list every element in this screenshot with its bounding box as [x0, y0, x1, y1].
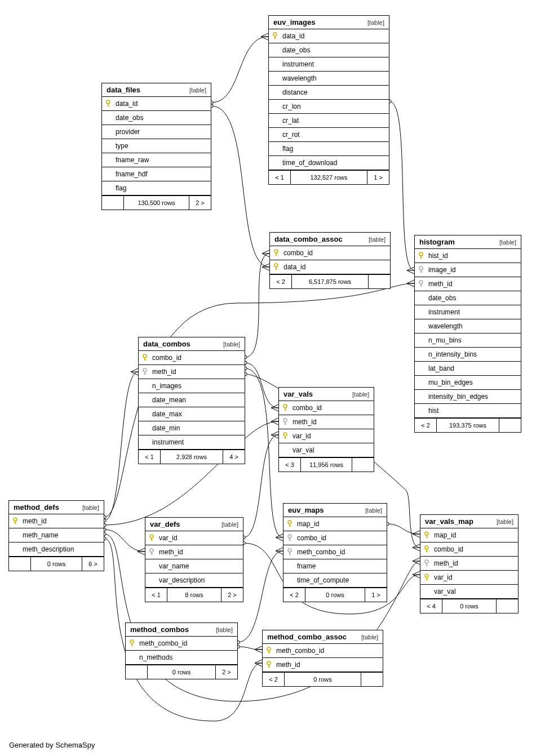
column-name: wavelength: [428, 322, 463, 330]
table-column-row[interactable]: instrument: [139, 435, 245, 450]
column-name: flag: [282, 145, 293, 153]
column-name: n_methods: [139, 653, 172, 661]
table-column-row[interactable]: meth_id: [145, 545, 243, 559]
table-column-row[interactable]: cr_lat: [269, 114, 389, 128]
table-column-row[interactable]: date_obs: [102, 111, 211, 125]
table-column-row[interactable]: meth_id: [9, 514, 104, 528]
table-column-row[interactable]: hist_id: [415, 249, 521, 263]
table-column-row[interactable]: meth_combo_id: [283, 545, 387, 559]
table-header[interactable]: euv_images[table]: [269, 16, 389, 29]
table-method_combo_assoc[interactable]: method_combo_assoc[table]meth_combo_idme…: [262, 630, 383, 687]
table-column-row[interactable]: map_id: [283, 517, 387, 531]
table-column-row[interactable]: type: [102, 139, 211, 153]
table-column-row[interactable]: data_id: [102, 97, 211, 111]
table-column-row[interactable]: mu_bin_edges: [415, 376, 521, 390]
table-column-row[interactable]: var_val: [420, 585, 518, 599]
table-var_vals[interactable]: var_vals[table]combo_idmeth_idvar_idvar_…: [278, 387, 374, 472]
table-column-row[interactable]: distance: [269, 86, 389, 100]
table-column-row[interactable]: wavelength: [269, 72, 389, 86]
table-column-row[interactable]: var_val: [279, 443, 374, 457]
table-column-row[interactable]: date_min: [139, 421, 245, 435]
table-data_combos[interactable]: data_combos[table]combo_idmeth_idn_image…: [138, 337, 245, 464]
table-column-row[interactable]: date_obs: [415, 291, 521, 305]
table-column-row[interactable]: n_mu_bins: [415, 333, 521, 348]
table-header[interactable]: method_combos[table]: [126, 623, 237, 637]
table-column-row[interactable]: combo_id: [279, 401, 374, 415]
table-column-row[interactable]: meth_id: [415, 277, 521, 291]
table-column-row[interactable]: var_description: [145, 573, 243, 588]
table-header[interactable]: euv_maps[table]: [283, 504, 387, 517]
table-column-row[interactable]: time_of_download: [269, 156, 389, 170]
table-column-row[interactable]: cr_rot: [269, 128, 389, 142]
svg-rect-45: [274, 136, 276, 137]
table-column-row[interactable]: instrument: [269, 57, 389, 72]
table-histogram[interactable]: histogram[table]hist_idimage_idmeth_idda…: [414, 235, 521, 433]
table-var_defs[interactable]: var_defs[table]var_idmeth_idvar_namevar_…: [145, 517, 243, 602]
table-column-row[interactable]: date_obs: [269, 43, 389, 57]
table-column-row[interactable]: fname_raw: [102, 153, 211, 167]
table-method_combos[interactable]: method_combos[table]meth_combo_idn_metho…: [125, 622, 238, 679]
table-data_files[interactable]: data_files[table]data_iddate_obsprovider…: [101, 83, 211, 210]
table-column-row[interactable]: cr_lon: [269, 100, 389, 114]
table-column-row[interactable]: wavelength: [415, 319, 521, 333]
table-header[interactable]: var_vals[table]: [279, 388, 374, 401]
table-method_defs[interactable]: method_defs[table]meth_idmeth_namemeth_d…: [8, 500, 104, 571]
table-column-row[interactable]: combo_id: [139, 351, 245, 365]
table-column-row[interactable]: intensity_bin_edges: [415, 390, 521, 404]
table-column-row[interactable]: date_max: [139, 407, 245, 421]
table-column-row[interactable]: meth_id: [139, 365, 245, 379]
table-footer: 130,500 rows2 >: [102, 195, 211, 210]
table-name: data_combos: [143, 340, 190, 348]
table-header[interactable]: method_combo_assoc[table]: [263, 630, 383, 644]
table-header[interactable]: method_defs[table]: [9, 501, 104, 514]
table-header[interactable]: histogram[table]: [415, 235, 521, 249]
table-column-row[interactable]: fname: [283, 559, 387, 573]
table-column-row[interactable]: meth_combo_id: [126, 637, 237, 651]
svg-rect-63: [420, 272, 422, 272]
svg-rect-42: [274, 122, 276, 123]
table-type-label: [table]: [361, 634, 378, 641]
column-name: wavelength: [282, 74, 317, 82]
table-var_vals_map[interactable]: var_vals_map[table]map_idcombo_idmeth_id…: [420, 514, 519, 613]
table-column-row[interactable]: meth_id: [420, 557, 518, 571]
table-column-row[interactable]: data_id: [270, 260, 390, 274]
table-column-row[interactable]: combo_id: [270, 246, 390, 260]
table-column-row[interactable]: meth_combo_id: [263, 644, 383, 658]
table-header[interactable]: data_combos[table]: [139, 337, 245, 351]
table-column-row[interactable]: hist: [415, 404, 521, 418]
table-euv_maps[interactable]: euv_maps[table]map_idcombo_idmeth_combo_…: [283, 503, 387, 602]
table-column-row[interactable]: flag: [269, 142, 389, 156]
table-column-row[interactable]: time_of_compute: [283, 573, 387, 588]
table-column-row[interactable]: data_id: [269, 29, 389, 43]
table-column-row[interactable]: n_intensity_bins: [415, 348, 521, 362]
table-column-row[interactable]: meth_id: [279, 415, 374, 429]
table-column-row[interactable]: meth_name: [9, 528, 104, 542]
table-header[interactable]: data_files[table]: [102, 83, 211, 97]
table-header[interactable]: var_defs[table]: [145, 518, 243, 531]
table-column-row[interactable]: meth_description: [9, 542, 104, 557]
table-column-row[interactable]: fname_hdf: [102, 167, 211, 181]
table-column-row[interactable]: var_name: [145, 559, 243, 573]
column-name: n_mu_bins: [428, 336, 462, 344]
table-column-row[interactable]: n_methods: [126, 651, 237, 665]
table-column-row[interactable]: provider: [102, 125, 211, 139]
footer-row-count: 0 rows: [31, 557, 82, 571]
table-euv_images[interactable]: euv_images[table]data_iddate_obsinstrume…: [268, 15, 389, 185]
table-name: var_vals: [283, 390, 313, 398]
table-column-row[interactable]: var_id: [420, 571, 518, 585]
table-column-row[interactable]: map_id: [420, 528, 518, 542]
table-column-row[interactable]: instrument: [415, 305, 521, 319]
table-data_combo_assoc[interactable]: data_combo_assoc[table]combo_iddata_id< …: [269, 232, 391, 289]
table-header[interactable]: var_vals_map[table]: [420, 515, 518, 528]
table-column-row[interactable]: date_mean: [139, 393, 245, 407]
table-column-row[interactable]: combo_id: [420, 542, 518, 557]
table-column-row[interactable]: combo_id: [283, 531, 387, 545]
table-column-row[interactable]: meth_id: [263, 658, 383, 672]
table-column-row[interactable]: var_id: [279, 429, 374, 443]
table-column-row[interactable]: lat_band: [415, 362, 521, 376]
table-column-row[interactable]: var_id: [145, 531, 243, 545]
table-header[interactable]: data_combo_assoc[table]: [270, 233, 390, 246]
table-column-row[interactable]: image_id: [415, 263, 521, 277]
table-column-row[interactable]: flag: [102, 181, 211, 195]
table-column-row[interactable]: n_images: [139, 379, 245, 393]
